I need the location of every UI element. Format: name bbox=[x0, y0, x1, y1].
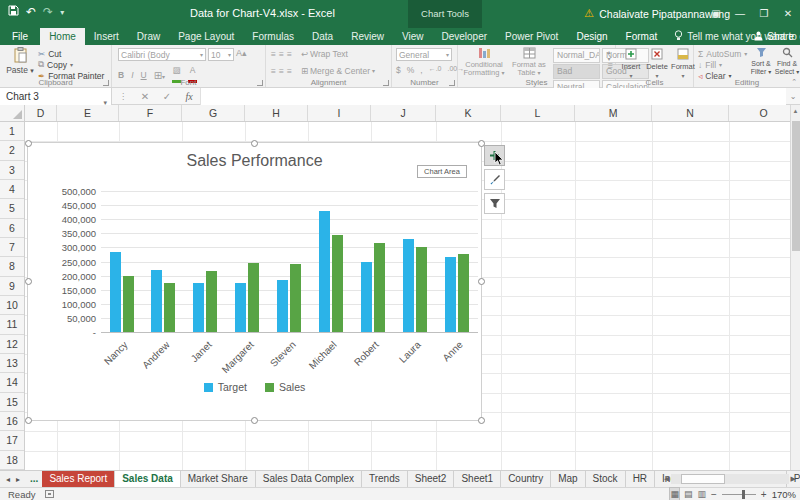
merge-center-button[interactable]: ⊞Merge & Center▾ bbox=[301, 66, 375, 76]
sheet-tab-market-share[interactable]: Market Share bbox=[181, 471, 256, 487]
tab-home[interactable]: Home bbox=[40, 28, 85, 45]
redo-icon[interactable]: ↷ bbox=[43, 5, 53, 19]
vertical-scrollbar[interactable]: ▲ bbox=[790, 105, 800, 470]
column-header-F[interactable]: F bbox=[119, 105, 182, 121]
tab-file[interactable]: File bbox=[0, 28, 40, 45]
scroll-left-icon[interactable]: ◀ bbox=[664, 475, 669, 483]
chart-selection-handle[interactable] bbox=[251, 140, 258, 147]
sheet-tab-sheet2[interactable]: Sheet2 bbox=[408, 471, 455, 487]
bar-sales-laura[interactable] bbox=[416, 247, 427, 332]
sheet-tab-country[interactable]: Country bbox=[501, 471, 551, 487]
row-header-2[interactable]: 2 bbox=[0, 141, 24, 160]
prev-sheet-icon[interactable]: ◂ bbox=[6, 475, 10, 484]
minimize-button[interactable]: — bbox=[728, 0, 752, 28]
sheet-tab-stock[interactable]: Stock bbox=[586, 471, 626, 487]
cells-area[interactable]: Sales Performance Chart Area 500,000450,… bbox=[25, 122, 790, 470]
next-sheet-icon[interactable]: ▸ bbox=[16, 475, 20, 484]
wrap-text-button[interactable]: ↩Wrap Text bbox=[301, 49, 348, 59]
vertical-scroll-thumb[interactable] bbox=[792, 121, 800, 251]
bar-target-michael[interactable] bbox=[319, 211, 330, 332]
sheet-tab-sales-data[interactable]: Sales Data bbox=[115, 471, 181, 487]
maximize-button[interactable]: ❐ bbox=[752, 0, 776, 28]
zoom-out-icon[interactable]: − bbox=[711, 489, 717, 500]
zoom-level[interactable]: 170% bbox=[772, 489, 796, 500]
name-box[interactable]: Chart 3▾ bbox=[0, 88, 112, 105]
chart-elements-button[interactable] bbox=[484, 145, 505, 166]
tab-formulas[interactable]: Formulas bbox=[243, 28, 303, 45]
styles-gallery-scroll[interactable]: ▴▾☰ bbox=[608, 49, 613, 70]
bar-target-robert[interactable] bbox=[361, 262, 372, 333]
row-header-1[interactable]: 1 bbox=[0, 122, 24, 141]
font-name-select[interactable]: Calibri (Body ▾ bbox=[118, 48, 206, 61]
tab-page-layout[interactable]: Page Layout bbox=[169, 28, 243, 45]
currency-format-icon[interactable]: $ bbox=[396, 65, 401, 75]
collapse-ribbon-icon[interactable]: ⌃ bbox=[791, 78, 797, 86]
column-header-G[interactable]: G bbox=[182, 105, 245, 121]
enter-formula-icon[interactable]: ✓ bbox=[156, 91, 178, 102]
chart-selection-handle[interactable] bbox=[478, 278, 485, 285]
column-header-J[interactable]: J bbox=[371, 105, 436, 121]
bar-target-nancy[interactable] bbox=[110, 252, 121, 332]
zoom-in-icon[interactable]: + bbox=[761, 489, 767, 500]
row-header-9[interactable]: 9 bbox=[0, 277, 24, 296]
bar-sales-margaret[interactable] bbox=[248, 263, 259, 332]
chart-selection-handle[interactable] bbox=[25, 417, 32, 424]
tab-power-pivot[interactable]: Power Pivot bbox=[496, 28, 567, 45]
bar-sales-andrew[interactable] bbox=[164, 283, 175, 332]
bar-target-andrew[interactable] bbox=[151, 270, 162, 332]
row-header-16[interactable]: 16 bbox=[0, 412, 24, 431]
save-icon[interactable] bbox=[8, 5, 19, 19]
row-header-12[interactable]: 12 bbox=[0, 335, 24, 354]
legend-item-sales[interactable]: Sales bbox=[265, 381, 305, 393]
grow-font-icon[interactable]: A▴ bbox=[236, 48, 247, 61]
row-header-7[interactable]: 7 bbox=[0, 238, 24, 257]
sheet-tab-hr[interactable]: HR bbox=[626, 471, 655, 487]
align-middle-icon[interactable]: ≡ bbox=[279, 49, 284, 59]
row-header-14[interactable]: 14 bbox=[0, 373, 24, 392]
bar-target-anne[interactable] bbox=[445, 257, 456, 332]
sheet-tab-sales-data-complex[interactable]: Sales Data Complex bbox=[256, 471, 362, 487]
row-header-18[interactable]: 18 bbox=[0, 451, 24, 470]
select-all-corner[interactable] bbox=[0, 105, 25, 122]
page-layout-view-icon[interactable]: ▤ bbox=[684, 488, 693, 500]
align-top-icon[interactable]: ≡ bbox=[271, 49, 276, 59]
zoom-slider-thumb[interactable] bbox=[742, 490, 745, 499]
tab-developer[interactable]: Developer bbox=[432, 28, 496, 45]
page-break-view-icon[interactable]: ▥ bbox=[697, 488, 706, 500]
sheet-tab-map[interactable]: Map bbox=[551, 471, 585, 487]
bar-sales-michael[interactable] bbox=[332, 235, 343, 332]
undo-icon[interactable]: ↶ bbox=[26, 5, 36, 19]
tab-view[interactable]: View bbox=[393, 28, 433, 45]
sheet-tab-trends[interactable]: Trends bbox=[362, 471, 408, 487]
chart-title[interactable]: Sales Performance bbox=[28, 152, 481, 170]
ribbon-display-options-button[interactable]: ▣ bbox=[704, 0, 728, 28]
chart-selection-handle[interactable] bbox=[478, 417, 485, 424]
bar-sales-anne[interactable] bbox=[458, 254, 469, 332]
share-button[interactable]: Share bbox=[754, 28, 794, 45]
row-header-4[interactable]: 4 bbox=[0, 180, 24, 199]
column-header-H[interactable]: H bbox=[245, 105, 308, 121]
find-select-button[interactable]: Find &Select ▾ bbox=[774, 47, 800, 76]
bar-sales-robert[interactable] bbox=[374, 243, 385, 332]
column-header-O[interactable]: O bbox=[729, 105, 790, 121]
row-header-13[interactable]: 13 bbox=[0, 354, 24, 373]
cancel-formula-icon[interactable]: ✕ bbox=[134, 91, 156, 102]
row-header-8[interactable]: 8 bbox=[0, 257, 24, 276]
format-cells-button[interactable]: Format▾ bbox=[670, 48, 696, 80]
horizontal-scrollbar[interactable]: ◀ ▶ bbox=[664, 473, 796, 485]
align-bottom-icon[interactable]: ≡ bbox=[287, 49, 292, 59]
format-as-table-button[interactable]: Format asTable ▾ bbox=[508, 47, 550, 77]
align-left-icon[interactable]: ≡ bbox=[271, 66, 276, 76]
tab-insert[interactable]: Insert bbox=[85, 28, 128, 45]
row-header-3[interactable]: 3 bbox=[0, 161, 24, 180]
horizontal-scroll-thumb[interactable] bbox=[681, 474, 725, 484]
sheet-tab-sheet1[interactable]: Sheet1 bbox=[454, 471, 501, 487]
close-button[interactable]: ✕ bbox=[776, 0, 800, 28]
delete-cells-button[interactable]: Delete▾ bbox=[644, 48, 670, 80]
expand-formula-bar-icon[interactable]: ⌄ bbox=[786, 92, 800, 101]
sort-filter-button[interactable]: Sort &Filter ▾ bbox=[748, 47, 774, 76]
number-format-select[interactable]: General ▾ bbox=[396, 48, 452, 61]
sheet-tab-sales-report[interactable]: Sales Report bbox=[42, 471, 115, 487]
normal-view-icon[interactable]: ▦ bbox=[670, 488, 679, 500]
percent-format-icon[interactable]: % bbox=[407, 65, 415, 75]
